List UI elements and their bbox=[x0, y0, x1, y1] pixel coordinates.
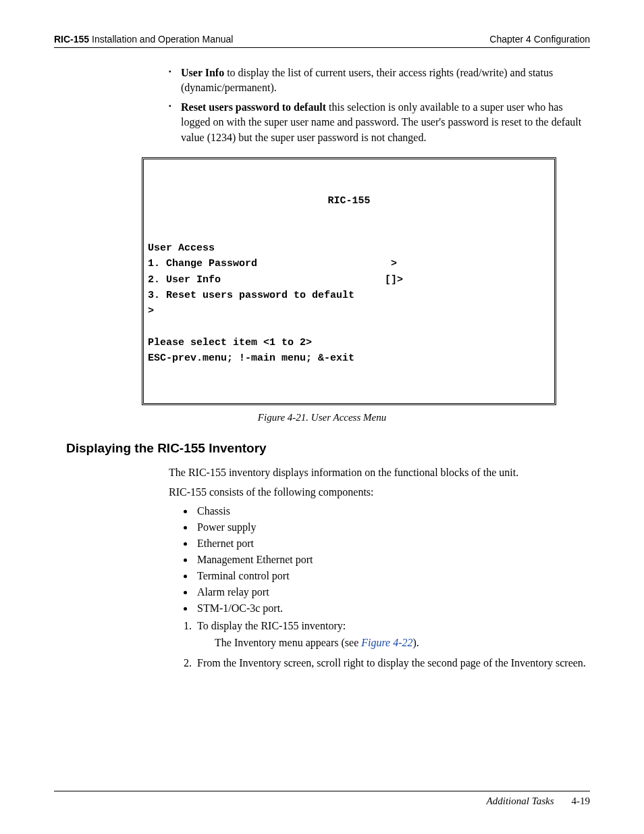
terminal-lines: User Access 1. Change Password > 2. User… bbox=[148, 240, 550, 366]
header-manual-title: Installation and Operation Manual bbox=[89, 34, 233, 45]
header-product: RIC-155 bbox=[54, 34, 89, 45]
component-item: Chassis bbox=[194, 505, 590, 517]
terminal-title: RIC-155 bbox=[148, 193, 550, 209]
top-feature-list: User Info to display the list of current… bbox=[169, 66, 590, 145]
step-text: To display the RIC-155 inventory: bbox=[197, 620, 346, 631]
figure-reference-link[interactable]: Figure 4-22 bbox=[361, 637, 412, 648]
components-intro: RIC-155 consists of the following compon… bbox=[169, 485, 590, 500]
component-item: Ethernet port bbox=[194, 538, 590, 550]
footer-page-number: 4-19 bbox=[572, 796, 591, 807]
component-item: Power supply bbox=[194, 521, 590, 533]
component-item: Terminal control port bbox=[194, 570, 590, 582]
feature-bullet: User Info to display the list of current… bbox=[169, 66, 590, 96]
steps-list: To display the RIC-155 inventory:The Inv… bbox=[169, 619, 590, 671]
figure-caption: Figure 4-21. User Access Menu bbox=[54, 412, 590, 423]
page-header: RIC-155 Installation and Operation Manua… bbox=[54, 34, 590, 48]
step-item: To display the RIC-155 inventory:The Inv… bbox=[194, 619, 590, 650]
step-subtext: The Inventory menu appears (see Figure 4… bbox=[215, 635, 590, 650]
page: RIC-155 Installation and Operation Manua… bbox=[0, 0, 644, 834]
section-heading: Displaying the RIC-155 Inventory bbox=[66, 441, 590, 456]
footer-section: Additional Tasks bbox=[487, 796, 554, 807]
section-body: The RIC-155 inventory displays informati… bbox=[169, 465, 590, 671]
component-item: Management Ethernet port bbox=[194, 554, 590, 566]
header-chapter: Chapter 4 Configuration bbox=[489, 34, 590, 45]
step-item: From the Inventory screen, scroll right … bbox=[194, 656, 590, 671]
feature-bullet-term: User Info bbox=[181, 67, 224, 78]
header-left: RIC-155 Installation and Operation Manua… bbox=[54, 34, 233, 45]
feature-bullet: Reset users password to default this sel… bbox=[169, 100, 590, 145]
component-item: Alarm relay port bbox=[194, 586, 590, 598]
feature-bullet-desc: to display the list of current users, th… bbox=[181, 67, 553, 93]
page-footer: Additional Tasks 4-19 bbox=[54, 791, 590, 807]
components-list: ChassisPower supplyEthernet portManageme… bbox=[169, 505, 590, 615]
terminal-screen: RIC-155 User Access 1. Change Password >… bbox=[142, 157, 556, 405]
intro-paragraph: The RIC-155 inventory displays informati… bbox=[169, 465, 590, 480]
component-item: STM-1/OC-3c port. bbox=[194, 602, 590, 615]
feature-bullet-term: Reset users password to default bbox=[181, 101, 326, 113]
step-text: From the Inventory screen, scroll right … bbox=[197, 657, 586, 669]
